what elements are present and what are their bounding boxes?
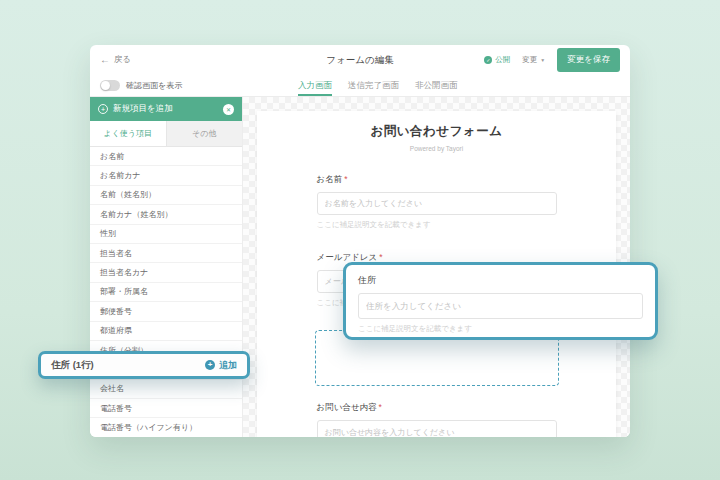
sidebar-item-contact-name[interactable]: 担当者名 — [90, 244, 242, 263]
field-inquiry: お問い合せ内容* — [317, 402, 557, 437]
caret-down-icon: ▼ — [540, 57, 545, 63]
publish-status-badge: ✓ 公開 — [484, 55, 510, 65]
top-bar: ← 戻る フォームの編集 ✓ 公開 変更 ▼ 変更を保存 — [90, 45, 630, 75]
add-field-button[interactable]: + 追加 — [205, 359, 237, 372]
save-changes-button[interactable]: 変更を保存 — [557, 48, 620, 72]
add-item-sidebar: + 新規項目を追加 ✕ よく使う項目 その他 お名前 お名前カナ 名前（姓名別）… — [90, 97, 243, 437]
sidebar-item-name[interactable]: お名前 — [90, 147, 242, 166]
sidebar-item-phone-hyphen[interactable]: 電話番号（ハイフン有り） — [90, 418, 242, 437]
tab-private-screen[interactable]: 非公開画面 — [415, 75, 458, 96]
tab-complete-screen[interactable]: 送信完了画面 — [348, 75, 399, 96]
close-icon[interactable]: ✕ — [223, 104, 234, 115]
address-single-line-label: 住所 (1行) — [51, 359, 94, 372]
field-name: お名前* ここに補足説明文を記載できます — [317, 174, 557, 230]
toggle-label: 確認画面を表示 — [126, 80, 182, 91]
field-inquiry-label-text: お問い合せ内容 — [317, 402, 377, 412]
tab-input-screen[interactable]: 入力画面 — [298, 75, 332, 96]
sidebar-tab-other[interactable]: その他 — [166, 121, 243, 146]
field-email-label-text: メールアドレス — [317, 252, 378, 262]
sidebar-item-department[interactable]: 部署・所属名 — [90, 283, 242, 302]
change-dropdown-label: 変更 — [522, 55, 537, 65]
add-circle-icon: + — [98, 104, 108, 114]
sidebar-header: + 新規項目を追加 ✕ — [90, 97, 242, 121]
address-field-preview-callout: 住所 ここに補足説明文を記載できます — [343, 262, 658, 340]
required-mark: * — [379, 402, 382, 412]
field-name-label: お名前* — [317, 174, 557, 186]
sidebar-item-contact-name-kana[interactable]: 担当者名カナ — [90, 263, 242, 282]
address-single-line-callout[interactable]: 住所 (1行) + 追加 — [38, 351, 250, 379]
sidebar-item-postal-code[interactable]: 郵便番号 — [90, 302, 242, 321]
address-preview-helper: ここに補足説明文を記載できます — [358, 324, 643, 334]
address-preview-label: 住所 — [358, 274, 643, 287]
topbar-actions: ✓ 公開 変更 ▼ 変更を保存 — [484, 48, 620, 72]
sidebar-item-name-kana-split[interactable]: 名前カナ（姓名別） — [90, 205, 242, 224]
add-button-label: 追加 — [219, 359, 237, 372]
sidebar-tabs: よく使う項目 その他 — [90, 121, 242, 147]
add-circle-icon: + — [205, 360, 215, 370]
address-preview-input[interactable] — [358, 293, 643, 319]
sidebar-tab-frequent[interactable]: よく使う項目 — [90, 121, 166, 146]
sidebar-header-label: 新規項目を追加 — [113, 103, 173, 115]
field-inquiry-textarea[interactable] — [317, 420, 557, 437]
confirmation-screen-toggle[interactable] — [100, 80, 120, 91]
change-dropdown[interactable]: 変更 ▼ — [522, 55, 545, 65]
sidebar-item-list: お名前 お名前カナ 名前（姓名別） 名前カナ（姓名別） 性別 担当者名 担当者名… — [90, 147, 242, 437]
required-mark: * — [379, 252, 382, 262]
field-name-helper: ここに補足説明文を記載できます — [317, 220, 557, 230]
required-mark: * — [344, 174, 347, 184]
sidebar-item-phone[interactable]: 電話番号 — [90, 399, 242, 418]
sidebar-item-company[interactable]: 会社名 — [90, 380, 242, 399]
form-title: お問い合わせフォーム — [257, 123, 616, 140]
field-name-label-text: お名前 — [317, 174, 343, 184]
published-check-icon: ✓ — [484, 56, 492, 64]
toggle-knob — [101, 81, 110, 90]
publish-status-label: 公開 — [495, 55, 510, 65]
sub-bar: 確認画面を表示 入力画面 送信完了画面 非公開画面 — [90, 75, 630, 97]
sidebar-item-prefecture[interactable]: 都道府県 — [90, 322, 242, 341]
field-name-input[interactable] — [317, 192, 557, 215]
sidebar-item-gender[interactable]: 性別 — [90, 225, 242, 244]
sidebar-item-name-kana[interactable]: お名前カナ — [90, 166, 242, 185]
editor-tabs: 入力画面 送信完了画面 非公開画面 — [298, 75, 458, 96]
field-inquiry-label: お問い合せ内容* — [317, 402, 557, 414]
powered-by-label: Powered by Tayori — [257, 145, 616, 152]
sidebar-item-name-split[interactable]: 名前（姓名別） — [90, 186, 242, 205]
